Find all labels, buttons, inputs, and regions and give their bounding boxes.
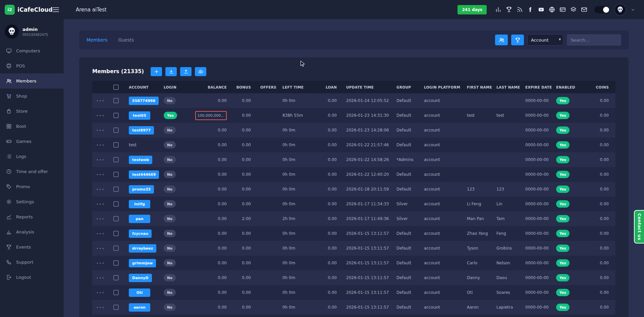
row-actions-button[interactable]: ••• xyxy=(96,305,105,310)
row-checkbox[interactable] xyxy=(113,260,119,266)
account-button[interactable]: 558774998 xyxy=(129,97,159,105)
col-account[interactable]: ACCOUNT xyxy=(126,81,161,93)
account-button[interactable]: drraybeez xyxy=(129,244,156,253)
col-offers[interactable]: OFFERS xyxy=(258,81,280,93)
col-last_name[interactable]: LAST NAME xyxy=(494,81,523,93)
account-button[interactable]: test65 xyxy=(129,111,150,120)
trophy-icon[interactable] xyxy=(506,6,512,13)
globe-icon[interactable] xyxy=(549,6,555,13)
col-coins[interactable]: COINS xyxy=(585,81,615,93)
sidebar-item-pos[interactable]: POS xyxy=(0,58,64,73)
sidebar-item-promo[interactable]: Promo xyxy=(0,179,64,194)
account-button[interactable]: aaron xyxy=(129,303,150,312)
row-actions-button[interactable]: ••• xyxy=(96,187,105,192)
row-actions-button[interactable]: ••• xyxy=(96,158,105,162)
account-button[interactable]: pan xyxy=(129,215,150,223)
col-update_time[interactable]: UPDATE TIME xyxy=(343,81,394,93)
select-all-checkbox[interactable] xyxy=(113,85,119,90)
row-checkbox[interactable] xyxy=(113,113,119,118)
col-group[interactable]: GROUP xyxy=(394,81,421,93)
row-actions-button[interactable]: ••• xyxy=(96,172,105,177)
col-bonus[interactable]: BONUS xyxy=(233,81,258,93)
sidebar-item-support[interactable]: Support xyxy=(0,255,64,270)
account-button[interactable]: Oti xyxy=(129,288,150,297)
ranking-button[interactable] xyxy=(511,35,524,45)
col-enabled[interactable]: ENABLED xyxy=(553,81,585,93)
tab-members[interactable]: Members xyxy=(87,37,108,43)
account-button[interactable]: grimmjow xyxy=(129,259,156,267)
row-actions-button[interactable]: ••• xyxy=(96,113,105,118)
theme-toggle[interactable] xyxy=(594,6,610,13)
sidebar-item-store[interactable]: Store xyxy=(0,104,64,119)
row-checkbox[interactable] xyxy=(113,231,119,236)
sidebar-item-logs[interactable]: Logs xyxy=(0,149,64,164)
account-button[interactable]: test8977 xyxy=(129,126,154,135)
account-button[interactable]: testweb xyxy=(129,156,152,164)
col-expire_date[interactable]: EXPIRE DATE xyxy=(523,81,553,93)
sidebar-item-reports[interactable]: Reports xyxy=(0,209,64,224)
account-button[interactable]: promo33 xyxy=(129,185,154,194)
row-checkbox[interactable] xyxy=(113,187,119,192)
row-actions-button[interactable]: ••• xyxy=(96,143,105,147)
col-first_name[interactable]: FIRST NAME xyxy=(464,81,494,93)
tab-guests[interactable]: Guests xyxy=(118,37,134,43)
contact-us-tab[interactable]: Contact us xyxy=(634,210,644,244)
user-avatar[interactable] xyxy=(614,4,626,16)
row-checkbox[interactable] xyxy=(113,142,119,148)
row-actions-button[interactable]: ••• xyxy=(96,202,105,206)
row-checkbox[interactable] xyxy=(113,172,119,177)
row-checkbox[interactable] xyxy=(113,216,119,221)
row-checkbox[interactable] xyxy=(113,290,119,295)
account-button[interactable]: fzycnau xyxy=(129,229,152,238)
col-balance[interactable]: BALANCE xyxy=(190,81,233,93)
members-view-button[interactable] xyxy=(495,35,508,45)
row-checkbox[interactable] xyxy=(113,275,119,280)
row-checkbox[interactable] xyxy=(113,305,119,310)
row-checkbox[interactable] xyxy=(113,246,119,251)
row-checkbox[interactable] xyxy=(113,157,119,162)
rss-icon[interactable] xyxy=(517,6,523,13)
sidebar-item-analysis[interactable]: Analysis xyxy=(0,224,64,240)
export-members-button[interactable] xyxy=(180,67,192,76)
account-button[interactable]: DannyD xyxy=(129,274,152,282)
row-actions-button[interactable]: ••• xyxy=(96,217,105,221)
layers-icon[interactable] xyxy=(570,6,577,13)
app-logo[interactable]: i2 iCafeCloud xyxy=(5,5,53,15)
row-actions-button[interactable]: ••• xyxy=(96,246,105,251)
mail-icon[interactable] xyxy=(581,6,587,13)
row-checkbox[interactable] xyxy=(113,127,119,133)
youtube-icon[interactable] xyxy=(538,6,544,13)
sidebar-item-games[interactable]: Games xyxy=(0,134,64,149)
sidebar-item-computers[interactable]: Computers xyxy=(0,43,64,58)
account-button[interactable]: test xyxy=(129,143,137,147)
row-actions-button[interactable]: ••• xyxy=(96,276,105,280)
sidebar-item-members[interactable]: Members xyxy=(0,73,64,89)
facebook-icon[interactable] xyxy=(527,6,534,13)
sidebar-item-settings[interactable]: Settings xyxy=(0,194,64,209)
sidebar-item-logout[interactable]: Logout xyxy=(0,270,64,285)
sidebar-item-boot[interactable]: Boot xyxy=(0,119,64,134)
row-actions-button[interactable]: ••• xyxy=(96,261,105,265)
row-checkbox[interactable] xyxy=(113,201,119,207)
account-button[interactable]: test444669 xyxy=(129,170,159,179)
row-actions-button[interactable]: ••• xyxy=(96,99,105,103)
row-actions-button[interactable]: ••• xyxy=(96,128,105,133)
cloud-sync-button[interactable] xyxy=(195,67,206,76)
sidebar-item-time-and-offer[interactable]: Time and offer xyxy=(0,164,64,179)
chevron-down-icon[interactable] xyxy=(631,7,635,12)
card-icon[interactable] xyxy=(559,6,566,13)
sidebar-user[interactable]: admin 005193482475 xyxy=(0,19,64,43)
add-member-button[interactable] xyxy=(151,67,162,76)
row-actions-button[interactable]: ••• xyxy=(96,231,105,236)
col-login_platform[interactable]: LOGIN PLATFORM xyxy=(421,81,464,93)
account-button[interactable]: Inlifg xyxy=(129,200,150,208)
col-login[interactable]: LOGIN xyxy=(161,81,190,93)
col-loan[interactable]: LOAN xyxy=(322,81,343,93)
sidebar-item-shop[interactable]: Shop xyxy=(0,89,64,104)
sidebar-item-events[interactable]: Events xyxy=(0,240,64,255)
menu-toggle-icon[interactable] xyxy=(53,7,59,12)
row-actions-button[interactable]: ••• xyxy=(96,290,105,295)
col-left_time[interactable]: LEFT TIME xyxy=(280,81,322,93)
stats-icon[interactable] xyxy=(495,6,501,13)
row-checkbox[interactable] xyxy=(113,98,119,103)
